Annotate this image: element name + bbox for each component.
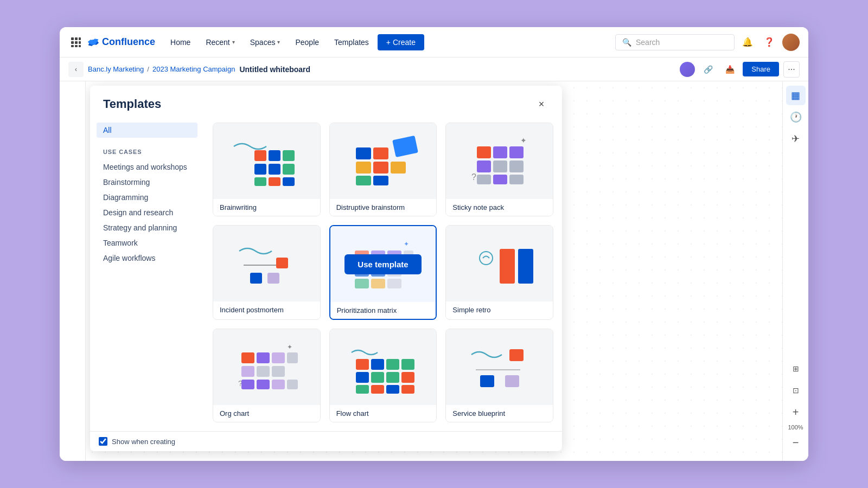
fit-selection-icon[interactable]: ⊡: [786, 381, 806, 400]
breadcrumb-bar: ‹ Banc.ly Marketing / 2023 Marketing Cam…: [60, 57, 808, 81]
sidebar-toggle-icon[interactable]: ‹: [68, 62, 84, 77]
svg-rect-68: [287, 380, 298, 389]
svg-rect-9: [254, 150, 266, 161]
panel-icon[interactable]: ▦: [786, 86, 806, 105]
svg-rect-0: [71, 37, 74, 40]
svg-rect-35: [493, 175, 507, 184]
fit-content-icon[interactable]: ⊞: [786, 359, 806, 378]
grid-icon[interactable]: [68, 35, 84, 50]
show-when-creating-label[interactable]: Show when creating: [112, 438, 175, 446]
filter-all[interactable]: All: [97, 123, 197, 138]
svg-rect-16: [269, 177, 280, 186]
template-thumb-sticky: ✦ ?: [446, 123, 553, 199]
template-card-service-blueprint[interactable]: Service blueprint: [445, 329, 553, 422]
svg-rect-81: [509, 349, 524, 361]
svg-rect-8: [79, 45, 81, 47]
template-thumb-simple-retro: [446, 226, 553, 301]
template-card-brainwriting[interactable]: Brainwriting: [213, 123, 321, 216]
svg-rect-17: [283, 177, 295, 186]
zoom-out-icon[interactable]: −: [786, 433, 806, 452]
template-card-incident[interactable]: Incident postmortem: [213, 225, 321, 320]
filter-design-research[interactable]: Design and research: [97, 205, 197, 220]
svg-rect-28: [477, 146, 491, 158]
more-options-button[interactable]: ···: [783, 61, 800, 78]
insert-icon[interactable]: 📥: [721, 61, 738, 78]
template-card-sticky[interactable]: ✦ ?: [445, 123, 553, 216]
svg-rect-74: [371, 372, 384, 383]
svg-rect-5: [79, 41, 81, 44]
filter-diagramming[interactable]: Diagramming: [97, 190, 197, 205]
svg-rect-69: [356, 359, 369, 370]
svg-rect-62: [241, 366, 254, 377]
use-template-button[interactable]: Use template: [344, 254, 421, 274]
create-button[interactable]: + Create: [378, 34, 424, 50]
template-card-simple-retro[interactable]: Simple retro: [445, 225, 553, 320]
template-modal: Templates × All USE CASES Meetings and w…: [90, 86, 562, 451]
pointer-icon[interactable]: ✈: [786, 129, 806, 149]
svg-rect-67: [272, 380, 285, 389]
template-card-org-chart[interactable]: ✦ ?: [213, 329, 321, 422]
nav-recent[interactable]: Recent ▾: [199, 35, 241, 50]
use-cases-label: USE CASES: [97, 146, 197, 157]
page-title: Untitled whiteboard: [239, 65, 310, 74]
avatar[interactable]: [782, 34, 800, 51]
use-template-overlay: Use template: [330, 226, 436, 302]
svg-rect-60: [272, 352, 285, 363]
filter-teamwork[interactable]: Teamwork: [97, 235, 197, 251]
modal-close-button[interactable]: ×: [534, 97, 549, 112]
template-thumb-org-chart: ✦ ?: [213, 329, 320, 405]
svg-rect-73: [356, 372, 369, 383]
svg-rect-29: [493, 146, 507, 158]
nav-right: 🔍 Search 🔔 ❓: [615, 34, 800, 51]
svg-rect-76: [401, 372, 414, 383]
svg-rect-10: [269, 150, 280, 161]
confluence-logo[interactable]: Confluence: [88, 36, 155, 48]
template-label-incident: Incident postmortem: [213, 301, 320, 318]
svg-rect-21: [356, 162, 371, 174]
show-when-creating-checkbox[interactable]: [99, 437, 107, 446]
svg-rect-54: [500, 249, 515, 284]
right-sidebar: ▦ 🕐 ✈ ⊞ ⊡ + 100% −: [782, 81, 808, 461]
template-label-service-blueprint: Service blueprint: [446, 405, 553, 422]
filter-brainstorming[interactable]: Brainstorming: [97, 175, 197, 190]
nav-people[interactable]: People: [289, 35, 326, 50]
right-sidebar-bottom: ⊞ ⊡ + 100% −: [786, 359, 806, 457]
breadcrumb-parent1[interactable]: Banc.ly Marketing: [88, 65, 144, 73]
nav-home[interactable]: Home: [164, 35, 197, 50]
template-card-prioritization[interactable]: ✦: [329, 225, 437, 320]
template-label-brainwriting: Brainwriting: [213, 199, 320, 216]
share-link-icon[interactable]: 🔗: [699, 61, 717, 78]
breadcrumb-parent2[interactable]: 2023 Marketing Campaign: [152, 65, 235, 73]
svg-rect-2: [79, 37, 81, 40]
svg-text:✦: ✦: [287, 343, 292, 351]
breadcrumb-separator: /: [147, 65, 149, 73]
svg-rect-25: [373, 176, 388, 185]
svg-rect-78: [371, 385, 384, 394]
template-card-flow-chart[interactable]: Flow chart: [329, 329, 437, 422]
search-box[interactable]: 🔍 Search: [615, 34, 735, 50]
svg-rect-30: [509, 146, 524, 158]
template-grid: Brainwriting: [213, 123, 553, 422]
template-thumb-incident: [213, 226, 320, 301]
svg-rect-41: [267, 273, 279, 284]
share-button[interactable]: Share: [743, 62, 779, 76]
template-label-prioritization: Prioritization matrix: [330, 302, 436, 319]
svg-rect-32: [493, 160, 507, 172]
clock-icon[interactable]: 🕐: [786, 107, 806, 127]
modal-header: Templates ×: [90, 86, 562, 118]
svg-rect-77: [356, 385, 369, 394]
modal-footer: Show when creating: [90, 431, 562, 451]
filter-agile-workflows[interactable]: Agile workflows: [97, 251, 197, 266]
svg-rect-14: [283, 164, 295, 175]
nav-templates[interactable]: Templates: [328, 35, 375, 50]
filter-strategy-planning[interactable]: Strategy and planning: [97, 220, 197, 235]
filter-meetings-workshops[interactable]: Meetings and workshops: [97, 159, 197, 175]
template-card-distruptive[interactable]: Distruptive brainstorm: [329, 123, 437, 216]
help-icon[interactable]: ❓: [761, 34, 778, 51]
notifications-icon[interactable]: 🔔: [739, 34, 756, 51]
breadcrumb: Banc.ly Marketing / 2023 Marketing Campa…: [88, 65, 235, 73]
svg-rect-12: [254, 164, 266, 175]
nav-spaces[interactable]: Spaces ▾: [244, 35, 287, 50]
zoom-in-icon[interactable]: +: [786, 402, 806, 422]
svg-rect-79: [386, 385, 399, 394]
